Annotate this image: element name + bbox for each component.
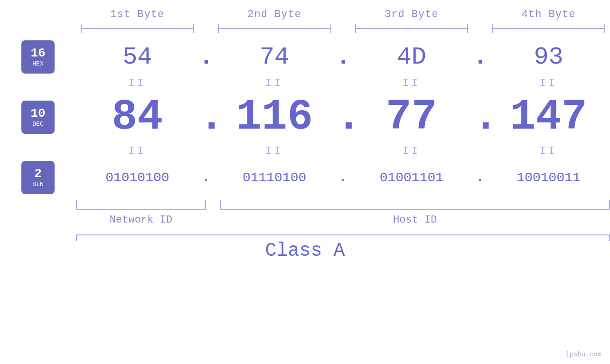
hex-dot1: . [199, 43, 213, 71]
dec-byte2: 116 [213, 93, 336, 141]
bin-badge-area: 2 BIN [0, 161, 76, 194]
dec-row: 10 DEC 84 . 116 . 77 . 147 [0, 90, 610, 144]
bin-values: 01010100 . 01110100 . 01001101 . 1001001… [76, 170, 610, 185]
equals-signs-1: II II II II [76, 77, 610, 89]
bin-row: 2 BIN 01010100 . 01110100 . 01001101 . 1… [0, 158, 610, 197]
dec-badge-area: 10 DEC [0, 101, 76, 134]
bin-byte4: 10010011 [487, 170, 610, 185]
byte1-header: 1st Byte [76, 9, 199, 20]
hex-byte4: 93 [487, 43, 610, 71]
dec-dot3: . [473, 93, 487, 141]
hex-values: 54 . 74 . 4D . 93 [76, 43, 610, 71]
dec-badge: 10 DEC [21, 101, 55, 134]
bin-label: BIN [32, 181, 43, 188]
eq1-b1: II [76, 77, 199, 89]
dec-values: 84 . 116 . 77 . 147 [76, 93, 610, 141]
bin-dot2: . [336, 170, 350, 185]
eq2-b4: II [487, 145, 610, 157]
hex-dot2: . [336, 43, 350, 71]
bracket-byte1 [81, 24, 194, 33]
bin-dot3: . [473, 170, 487, 185]
host-id-label: Host ID [220, 214, 610, 226]
eq2-b3: II [350, 145, 473, 157]
bin-dot1: . [199, 170, 213, 185]
hex-byte3: 4D [350, 43, 473, 71]
hex-byte1: 54 [76, 43, 199, 71]
eq2-b1: II [76, 145, 199, 157]
eq1-b4: II [487, 77, 610, 89]
byte-headers-row: 1st Byte 2nd Byte 3rd Byte 4th Byte [0, 0, 610, 24]
network-id-label: Network ID [76, 214, 206, 226]
hex-number: 16 [30, 47, 45, 60]
dec-byte3: 77 [350, 93, 473, 141]
bin-number: 2 [34, 167, 42, 181]
class-bracket [76, 234, 610, 235]
eq2-b2: II [213, 145, 336, 157]
hex-byte2: 74 [213, 43, 336, 71]
bin-byte3: 01001101 [350, 170, 473, 185]
eq1-b2: II [213, 77, 336, 89]
bottom-brackets-row [0, 200, 610, 210]
network-id-bracket [76, 200, 206, 210]
host-id-bracket [220, 200, 610, 210]
hex-row: 16 HEX 54 . 74 . 4D . 93 [0, 37, 610, 76]
dec-label: DEC [32, 121, 43, 128]
main-container: 1st Byte 2nd Byte 3rd Byte 4th Byte 16 [0, 0, 610, 364]
dec-byte4: 147 [487, 93, 610, 141]
equals-signs-2: II II II II [76, 145, 610, 157]
hex-dot3: . [473, 43, 487, 71]
byte2-header: 2nd Byte [213, 9, 336, 20]
equals-row-1: II II II II [0, 76, 610, 90]
class-label: Class A [265, 240, 345, 261]
bin-byte2: 01110100 [213, 170, 336, 185]
dec-byte1: 84 [76, 93, 199, 141]
dec-dot1: . [199, 93, 213, 141]
bracket-byte2 [218, 24, 331, 33]
equals-row-2: II II II II [0, 144, 610, 158]
bracket-byte4 [492, 24, 605, 33]
eq1-b3: II [350, 77, 473, 89]
class-label-row: Class A [0, 240, 610, 261]
hex-badge: 16 HEX [21, 40, 55, 74]
byte4-header: 4th Byte [487, 9, 610, 20]
top-brackets [0, 24, 610, 33]
hex-label: HEX [32, 60, 43, 67]
id-labels-row: Network ID Host ID [0, 214, 610, 226]
watermark: ipshu.com [565, 351, 601, 358]
bin-badge: 2 BIN [21, 161, 55, 194]
byte3-header: 3rd Byte [350, 9, 473, 20]
hex-badge-area: 16 HEX [0, 40, 76, 74]
bin-byte1: 01010100 [76, 170, 199, 185]
dec-number: 10 [30, 107, 45, 121]
dec-dot2: . [336, 93, 350, 141]
class-bracket-row [0, 234, 610, 235]
bracket-byte3 [355, 24, 469, 33]
